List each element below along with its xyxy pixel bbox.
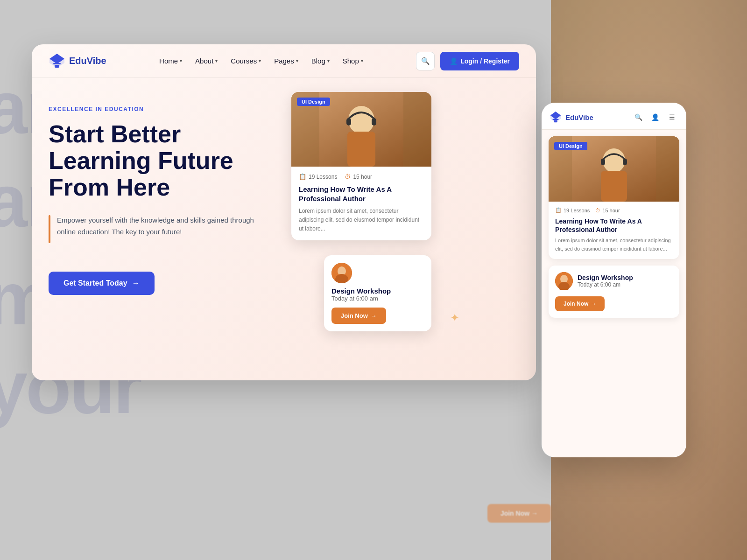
mobile-card: EduVibe 🔍 👤 ☰ xyxy=(542,103,686,457)
mobile-duration-meta: ⏱ 15 hour xyxy=(595,207,620,213)
card-body: 📋 19 Lessons ⏱ 15 hour Learning How To W… xyxy=(291,167,431,240)
chevron-icon: ▾ xyxy=(180,58,182,63)
svg-rect-9 xyxy=(372,118,376,126)
workshop-info: Design Workshop Today at 6:00 am xyxy=(331,287,424,302)
login-register-button[interactable]: 👤 Login / Register xyxy=(440,52,519,70)
mobile-navbar: EduVibe 🔍 👤 ☰ xyxy=(542,103,686,130)
decorative-cross: ✦ xyxy=(450,311,459,324)
mobile-course-tag: UI Design xyxy=(554,142,587,150)
hero-subtitle: Empower yourself with the knowledge and … xyxy=(57,214,273,238)
logo[interactable]: EduVibe xyxy=(49,53,106,70)
svg-point-21 xyxy=(603,148,625,173)
arrow-icon: → xyxy=(371,312,377,319)
behind-mobile-element: Join Now → xyxy=(487,504,551,523)
hero-divider xyxy=(49,215,50,243)
svg-rect-8 xyxy=(346,118,351,126)
clock-icon: ⏱ xyxy=(345,173,351,180)
mobile-logo-text: EduVibe xyxy=(565,113,628,121)
card-description: Lorem ipsum dolor sit amet, consectetur … xyxy=(299,207,424,234)
mobile-logo-icon xyxy=(550,111,562,123)
mobile-workshop-card: Design Workshop Today at 6:00 am Join No… xyxy=(549,266,679,318)
mobile-workshop-name: Design Workshop xyxy=(578,274,633,281)
mobile-course-card: UI Design 📋 19 Lessons ⏱ 15 hour Learnin… xyxy=(549,136,679,259)
desktop-navbar: EduVibe Home ▾ About ▾ Courses ▾ Pages ▾… xyxy=(32,44,536,78)
behind-join-button: Join Now → xyxy=(487,504,551,523)
logo-icon xyxy=(49,53,65,70)
get-started-button[interactable]: Get Started Today → xyxy=(49,272,155,295)
svg-rect-24 xyxy=(623,159,627,165)
mobile-workshop-time: Today at 6:00 am xyxy=(578,281,633,288)
mobile-workshop-row: Design Workshop Today at 6:00 am xyxy=(555,272,673,290)
workshop-time: Today at 6:00 am xyxy=(331,295,424,302)
lessons-meta: 📋 19 Lessons xyxy=(299,173,337,180)
mobile-user-button[interactable]: 👤 xyxy=(648,111,662,124)
svg-rect-3 xyxy=(55,65,59,68)
nav-blog[interactable]: Blog ▾ xyxy=(311,57,330,65)
desktop-card: EduVibe Home ▾ About ▾ Courses ▾ Pages ▾… xyxy=(32,44,536,380)
chevron-icon: ▾ xyxy=(259,58,261,63)
nav-shop[interactable]: Shop ▾ xyxy=(343,57,363,65)
duration-meta: ⏱ 15 hour xyxy=(345,173,372,180)
hero-left: EXCELLENCE IN EDUCATION Start Better Lea… xyxy=(49,97,273,380)
chevron-icon: ▾ xyxy=(327,58,330,63)
course-tag: UI Design xyxy=(297,98,330,106)
mobile-content: UI Design 📋 19 Lessons ⏱ 15 hour Learnin… xyxy=(542,130,686,456)
mobile-search-button[interactable]: 🔍 xyxy=(632,111,645,124)
svg-rect-11 xyxy=(403,92,431,167)
nav-links: Home ▾ About ▾ Courses ▾ Pages ▾ Blog ▾ … xyxy=(159,57,363,65)
svg-rect-2 xyxy=(53,63,61,64)
lessons-icon: 📋 xyxy=(299,173,306,180)
mobile-clock-icon: ⏱ xyxy=(595,208,600,213)
course-card-image: UI Design xyxy=(291,92,431,167)
user-icon: 👤 xyxy=(450,57,458,65)
workshop-card: Design Workshop Today at 6:00 am Join No… xyxy=(324,255,431,331)
svg-rect-22 xyxy=(601,171,627,202)
svg-point-6 xyxy=(348,106,374,134)
arrow-icon: → xyxy=(132,279,140,287)
nav-actions: 🔍 👤 Login / Register xyxy=(416,52,519,70)
nav-pages[interactable]: Pages ▾ xyxy=(274,57,298,65)
search-icon: 🔍 xyxy=(421,57,430,65)
mobile-workshop-avatar xyxy=(555,272,573,290)
mobile-lessons-icon: 📋 xyxy=(555,207,562,213)
workshop-name: Design Workshop xyxy=(331,287,424,295)
svg-rect-7 xyxy=(347,132,375,167)
svg-rect-26 xyxy=(656,136,679,202)
hero-badge: EXCELLENCE IN EDUCATION xyxy=(49,106,273,112)
svg-rect-23 xyxy=(601,159,605,165)
hero-right: ╱╱ ✦ xyxy=(273,97,519,380)
chevron-icon: ▾ xyxy=(361,58,363,63)
mobile-menu-button[interactable]: ☰ xyxy=(665,111,678,124)
chevron-icon: ▾ xyxy=(215,58,218,63)
mobile-card-meta: 📋 19 Lessons ⏱ 15 hour xyxy=(555,207,673,213)
nav-home[interactable]: Home ▾ xyxy=(159,57,182,65)
mobile-card-description: Lorem ipsum dolor sit amet, consectetur … xyxy=(555,237,673,253)
join-now-button[interactable]: Join Now → xyxy=(331,308,386,324)
hero-title: Start Better Learning Future From Here xyxy=(49,121,273,201)
svg-rect-18 xyxy=(554,120,557,123)
svg-rect-17 xyxy=(553,119,559,120)
nav-about[interactable]: About ▾ xyxy=(195,57,218,65)
logo-text: EduVibe xyxy=(69,56,106,66)
mobile-lessons-meta: 📋 19 Lessons xyxy=(555,207,590,213)
workshop-avatar xyxy=(331,263,352,283)
chevron-icon: ▾ xyxy=(296,58,298,63)
mobile-card-title: Learning How To Write As A Professional … xyxy=(555,217,673,234)
mobile-workshop-info: Design Workshop Today at 6:00 am xyxy=(578,274,633,288)
mobile-card-body: 📋 19 Lessons ⏱ 15 hour Learning How To W… xyxy=(549,202,679,259)
course-card: UI Design 📋 19 Lessons ⏱ 15 hour Learnin… xyxy=(291,92,431,240)
card-meta: 📋 19 Lessons ⏱ 15 hour xyxy=(299,173,424,180)
hero-section: EXCELLENCE IN EDUCATION Start Better Lea… xyxy=(32,78,536,380)
search-button[interactable]: 🔍 xyxy=(416,52,435,70)
mobile-course-image: UI Design xyxy=(549,136,679,202)
card-title: Learning How To Write As A Professional … xyxy=(299,185,424,203)
nav-courses[interactable]: Courses ▾ xyxy=(231,57,261,65)
mobile-arrow-icon: → xyxy=(591,301,596,307)
mobile-join-button[interactable]: Join Now → xyxy=(555,296,605,311)
